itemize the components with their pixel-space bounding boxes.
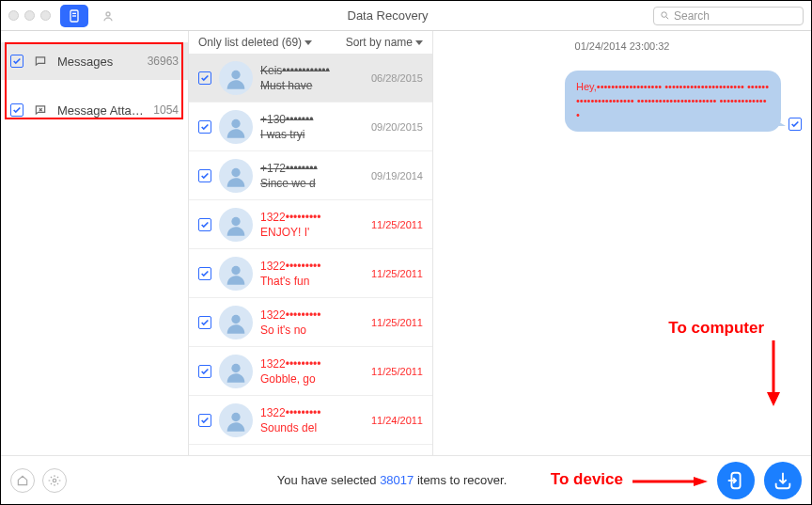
minimize-dot[interactable] [24,10,35,21]
message-checkbox[interactable] [789,118,802,131]
footer: You have selected 38017 items to recover… [1,455,811,504]
conversation-date: 11/25/2011 [371,219,423,230]
annotation-to-computer: To computer [668,319,764,338]
conversation-date: 09/20/2015 [371,121,423,133]
conversation-row[interactable]: 1322•••••••••Sounds del11/24/2011 [189,396,432,445]
checkbox[interactable] [198,120,211,134]
recover-to-computer-button[interactable] [764,462,802,499]
conversation-date: 11/24/2011 [371,415,423,426]
filter-deleted[interactable]: Only list deleted (69) [198,36,312,49]
sort-selector[interactable]: Sort by name [346,36,423,49]
message-timestamp: 01/24/2014 23:00:32 [433,40,811,52]
chevron-down-icon [304,40,312,45]
titlebar: Data Recovery Search [1,1,811,31]
conversation-date: 09/19/2014 [371,170,423,181]
annotation-arrow-to-device [632,477,708,486]
window-title: Data Recovery [122,8,653,23]
checkbox[interactable] [198,365,211,378]
svg-point-12 [231,363,240,371]
chevron-down-icon [415,40,423,45]
checkbox[interactable] [10,55,23,68]
svg-point-8 [231,167,240,176]
conversation-name: +172•••••••• [260,161,364,176]
avatar-icon [219,61,253,95]
conversation-preview: Gobble, go [260,371,364,387]
search-input[interactable]: Search [653,7,804,25]
svg-point-10 [231,265,240,274]
conversation-name: +130••••••• [260,112,364,127]
checkbox[interactable] [198,316,211,329]
conversation-preview: Sounds del [260,420,364,435]
contact-tab-icon[interactable] [94,5,122,27]
svg-marker-15 [767,392,780,406]
sidebar-item-message-attachments[interactable]: Message Attac… 1054 [1,91,188,129]
checkbox[interactable] [198,169,211,182]
conversation-name: 1322••••••••• [260,308,364,323]
conversation-row[interactable]: +172••••••••Since we d09/19/2014 [189,151,432,200]
conversation-row[interactable]: 1322•••••••••ENJOY! I'11/25/2011 [189,200,432,249]
conversation-row[interactable]: 1322•••••••••That's fun11/25/2011 [189,249,432,298]
message-bubble: Hey,•••••••••••••••••• •••••••••••••••••… [565,71,781,132]
conversation-preview: So it's no [260,323,364,338]
message-preview: 01/24/2014 23:00:32 Hey,••••••••••••••••… [433,31,811,455]
conversation-panel: Only list deleted (69) Sort by name Keis… [189,31,433,455]
conversation-name: 1322••••••••• [260,405,364,420]
traffic-lights [8,10,51,21]
avatar-icon [219,208,253,242]
annotation-arrow-to-computer [764,340,783,406]
checkbox[interactable] [198,414,211,427]
checkbox[interactable] [198,218,211,231]
home-button[interactable] [10,468,35,493]
conversation-row[interactable]: 1322•••••••••So it's no11/25/2011 [189,298,432,347]
conversation-name: 1322••••••••• [260,210,364,225]
zoom-dot[interactable] [40,10,51,21]
svg-point-4 [662,12,667,18]
search-icon [660,10,670,21]
svg-point-13 [231,412,240,420]
conversation-preview: ENJOY! I' [260,225,364,240]
svg-point-7 [231,118,240,127]
sidebar: Messages 36963 Message Attac… 1054 [1,31,189,455]
checkbox[interactable] [198,71,211,85]
annotation-to-device: To device [551,470,623,489]
messages-icon [31,54,50,69]
svg-point-11 [231,314,240,323]
settings-button[interactable] [42,468,67,493]
conversation-row[interactable]: 1322•••••••••Gobble, go11/25/2011 [189,347,432,396]
close-dot[interactable] [8,10,19,21]
conversation-date: 11/25/2011 [371,268,423,279]
conversation-preview: That's fun [260,274,364,289]
avatar-icon [219,257,253,291]
svg-point-3 [106,12,110,16]
conversation-row[interactable]: +130•••••••I was tryi09/20/2015 [189,103,432,151]
filter-bar: Only list deleted (69) Sort by name [189,31,432,54]
conversation-row[interactable]: Keis••••••••••••Must have06/28/2015 [189,54,432,103]
conversation-date: 11/25/2011 [371,317,423,328]
conversation-name: 1322••••••••• [260,259,364,274]
conversation-date: 06/28/2015 [371,72,423,84]
conversation-preview: Must have [260,78,364,93]
conversation-name: Keis•••••••••••• [260,63,364,78]
svg-line-5 [666,17,668,19]
avatar-icon [219,306,253,339]
svg-point-9 [231,216,240,225]
conversation-date: 11/25/2011 [371,366,423,377]
checkbox[interactable] [10,103,23,117]
conversation-preview: I was tryi [260,127,364,142]
avatar-icon [219,403,253,437]
avatar-icon [219,110,253,144]
sidebar-item-messages[interactable]: Messages 36963 [1,42,188,80]
checkbox[interactable] [198,267,211,280]
avatar-icon [219,355,253,388]
conversation-preview: Since we d [260,176,364,191]
recover-to-device-button[interactable] [717,462,755,499]
svg-point-6 [231,70,240,78]
avatar-icon [219,159,253,193]
attachment-icon [31,103,50,118]
svg-point-16 [53,479,56,482]
document-tab-icon[interactable] [60,5,88,27]
conversation-name: 1322••••••••• [260,356,364,371]
svg-marker-18 [694,477,708,486]
